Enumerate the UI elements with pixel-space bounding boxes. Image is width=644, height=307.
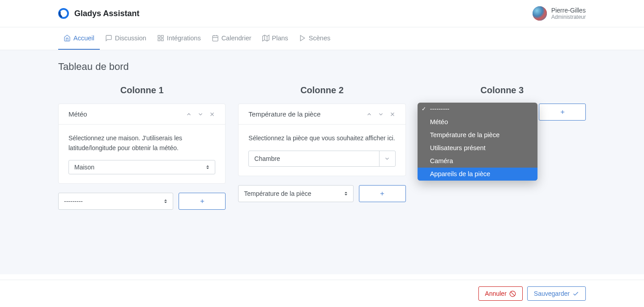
nav-label: Scènes: [309, 35, 330, 42]
column-1: Colonne 1 Météo Sélectionnez une maison.…: [58, 85, 226, 210]
dropdown-item[interactable]: ---------: [418, 103, 537, 116]
add-widget-button[interactable]: [359, 185, 406, 202]
card-title: Température de la pièce: [248, 110, 320, 118]
nav-item-calendrier[interactable]: Calendrier: [206, 27, 257, 50]
nav-item-integrations[interactable]: Intégrations: [152, 27, 206, 50]
add-widget-button[interactable]: [539, 104, 586, 121]
card-header: Météo: [59, 104, 225, 125]
map-icon: [262, 35, 269, 42]
grid-icon: [157, 35, 164, 42]
dropdown-item[interactable]: Utilisateurs présent: [418, 142, 537, 155]
user-role: Administrateur: [551, 14, 586, 20]
widget-type-select[interactable]: Température de la pièce: [238, 185, 353, 202]
home-icon: [64, 35, 71, 42]
nav-item-plans[interactable]: Plans: [257, 27, 294, 50]
add-widget-button[interactable]: [179, 193, 226, 210]
widget-card-meteo: Météo Sélectionnez une maison. J'utilise…: [58, 104, 226, 184]
user-info[interactable]: Pierre-Gilles Administrateur: [533, 6, 586, 21]
columns-container: Colonne 1 Météo Sélectionnez une maison.…: [58, 85, 586, 210]
column-3: Colonne 3 --------- Météo Température de…: [418, 85, 586, 210]
dropdown-item[interactable]: Caméra: [418, 155, 537, 168]
avatar: [533, 6, 547, 21]
column-title: Colonne 3: [418, 85, 586, 95]
card-body: Sélectionnez une maison. J'utiliserais l…: [59, 125, 225, 183]
dropdown-menu: --------- Météo Température de la pièce …: [418, 103, 537, 181]
header: Gladys Assistant Pierre-Gilles Administr…: [0, 0, 644, 27]
card-description: Sélectionnez une maison. J'utiliserais l…: [68, 134, 215, 153]
svg-rect-1: [158, 35, 160, 38]
svg-rect-5: [213, 36, 218, 41]
card-body: Sélectionnez la pièce que vous souhaitez…: [239, 125, 405, 176]
nav-label: Discussion: [115, 35, 146, 42]
plus-icon: [559, 109, 566, 115]
column-bottom-row: --------- Météo Température de la pièce …: [418, 104, 586, 121]
room-select[interactable]: Chambre: [248, 151, 395, 167]
room-select-value: Chambre: [249, 155, 379, 162]
chevron-down-icon[interactable]: [197, 111, 204, 117]
dropdown-item[interactable]: Météo: [418, 116, 537, 129]
svg-marker-9: [262, 35, 269, 41]
column-title: Colonne 2: [238, 85, 405, 95]
main-content: Tableau de bord Colonne 1 Météo Sélectio…: [0, 50, 644, 274]
close-icon[interactable]: [389, 111, 396, 117]
plus-icon: [199, 198, 205, 204]
nav-label: Calendrier: [222, 35, 252, 42]
nav: Accueil Discussion Intégrations Calendri…: [0, 27, 644, 50]
nav-item-scenes[interactable]: Scènes: [294, 27, 336, 50]
svg-rect-4: [158, 39, 160, 41]
column-2: Colonne 2 Température de la pièce Sélect…: [238, 85, 405, 210]
column-bottom-row: Température de la pièce: [238, 185, 405, 202]
logo-icon: [58, 8, 69, 19]
brand-name: Gladys Assistant: [74, 9, 139, 18]
card-description: Sélectionnez la pièce que vous souhaitez…: [248, 134, 395, 143]
card-actions: [186, 111, 215, 117]
svg-rect-2: [161, 35, 163, 38]
user-name: Pierre-Gilles: [551, 7, 586, 14]
chevron-up-icon[interactable]: [366, 111, 372, 117]
svg-rect-3: [161, 39, 163, 41]
widget-card-temperature: Température de la pièce Sélectionnez la …: [238, 104, 405, 176]
card-actions: [366, 111, 396, 117]
widget-type-select[interactable]: ---------: [58, 193, 173, 210]
card-title: Météo: [68, 110, 87, 118]
chevron-up-icon[interactable]: [186, 111, 192, 117]
page-title: Tableau de bord: [58, 61, 586, 73]
close-icon[interactable]: [209, 111, 215, 117]
house-select[interactable]: Maison: [68, 160, 215, 174]
calendar-icon: [212, 35, 219, 42]
column-bottom-row: ---------: [58, 193, 226, 210]
dropdown-item[interactable]: Température de la pièce: [418, 129, 537, 142]
dropdown-item[interactable]: Appareils de la pièce: [418, 168, 537, 181]
nav-label: Plans: [272, 35, 288, 42]
chevron-down-icon[interactable]: [378, 111, 384, 117]
card-header: Température de la pièce: [239, 104, 405, 125]
svg-marker-12: [300, 35, 304, 41]
brand[interactable]: Gladys Assistant: [58, 8, 139, 19]
nav-label: Accueil: [73, 35, 94, 42]
column-title: Colonne 1: [58, 85, 226, 95]
chevron-down-icon: [379, 151, 395, 166]
plus-icon: [379, 190, 385, 197]
nav-label: Intégrations: [167, 35, 201, 42]
play-icon: [299, 35, 306, 42]
message-icon: [105, 35, 112, 42]
nav-item-discussion[interactable]: Discussion: [100, 27, 152, 50]
nav-item-accueil[interactable]: Accueil: [58, 27, 100, 50]
